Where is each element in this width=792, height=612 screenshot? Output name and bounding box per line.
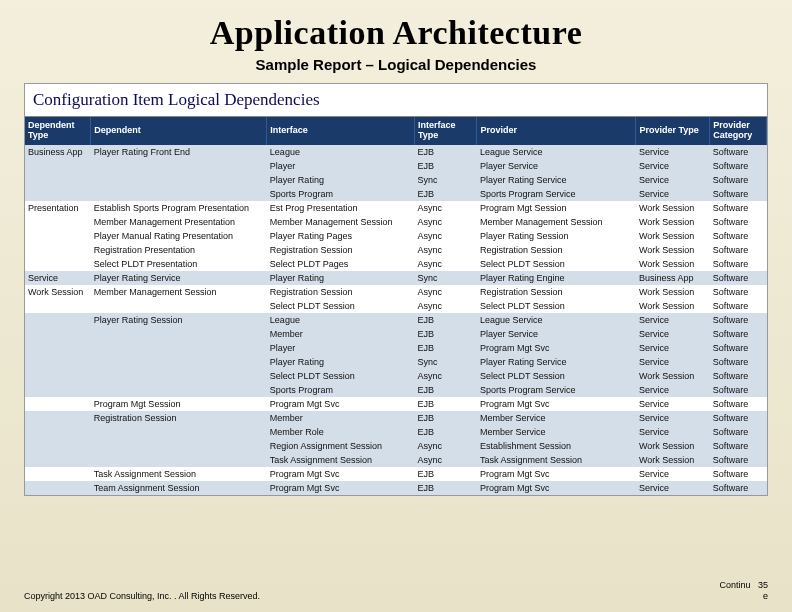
table-row: Player RatingSyncPlayer Rating ServiceSe… [25,173,767,187]
table-cell: Async [414,215,476,229]
table-cell: Select PLDT Session [477,299,636,313]
table-cell: Service [636,173,710,187]
table-cell: Software [710,341,767,355]
page-subtitle: Sample Report – Logical Dependencies [0,56,792,73]
table-cell: Async [414,243,476,257]
table-cell: Member Management Session [91,285,267,299]
table-cell [25,215,91,229]
table-cell: Task Assignment Session [91,467,267,481]
table-cell: Registration Session [91,411,267,425]
footer-right: Continu 35 e [719,580,768,602]
table-cell [91,355,267,369]
table-cell: Work Session [636,369,710,383]
table-cell: Software [710,229,767,243]
table-cell: Software [710,411,767,425]
table-cell: Select PLDT Session [477,369,636,383]
table-cell: Business App [25,145,91,159]
table-cell: Software [710,481,767,495]
table-row: Member RoleEJBMember ServiceServiceSoftw… [25,425,767,439]
table-row: Task Assignment SessionProgram Mgt SvcEJ… [25,467,767,481]
table-cell: Program Mgt Svc [477,341,636,355]
table-row: ServicePlayer Rating ServicePlayer Ratin… [25,271,767,285]
table-row: Region Assignment SessionAsyncEstablishm… [25,439,767,453]
table-cell: Software [710,271,767,285]
table-cell: Service [636,313,710,327]
table-cell: EJB [414,481,476,495]
table-cell: Select PLDT Session [477,257,636,271]
col-provider-category: Provider Category [710,117,767,145]
table-cell: Async [414,285,476,299]
table-cell: Player Rating Service [477,173,636,187]
table-cell: Select PLDT Presentation [91,257,267,271]
table-cell [25,341,91,355]
table-cell: Est Prog Presentation [267,201,415,215]
table-cell: Establish Sports Program Presentation [91,201,267,215]
table-cell: League [267,313,415,327]
table-cell: Member Management Session [267,215,415,229]
table-cell [91,453,267,467]
table-cell: Service [636,425,710,439]
table-cell: Software [710,173,767,187]
table-cell: Async [414,453,476,467]
table-cell [25,383,91,397]
table-cell: Sync [414,271,476,285]
table-cell: Async [414,439,476,453]
table-cell: Software [710,397,767,411]
table-row: Registration SessionMemberEJBMember Serv… [25,411,767,425]
table-cell: Team Assignment Session [91,481,267,495]
table-cell: Member Service [477,425,636,439]
table-row: Player Manual Rating PresentationPlayer … [25,229,767,243]
table-cell: Software [710,257,767,271]
table-cell: Player Rating [267,271,415,285]
table-cell: Async [414,299,476,313]
table-cell: EJB [414,383,476,397]
table-cell [91,439,267,453]
table-cell: Service [636,159,710,173]
table-cell [25,453,91,467]
table-row: Sports ProgramEJBSports Program ServiceS… [25,187,767,201]
table-cell: Async [414,369,476,383]
table-cell: Program Mgt Session [91,397,267,411]
table-cell [25,187,91,201]
table-cell: Player [267,341,415,355]
table-cell: EJB [414,187,476,201]
table-cell: Player Rating Session [477,229,636,243]
table-cell: Sports Program [267,187,415,201]
table-cell [25,425,91,439]
col-provider: Provider [477,117,636,145]
table-cell [91,173,267,187]
table-cell [91,327,267,341]
table-row: Task Assignment SessionAsyncTask Assignm… [25,453,767,467]
table-cell: Member [267,411,415,425]
table-cell: Player Rating Session [91,313,267,327]
table-cell: Member Service [477,411,636,425]
table-cell: Software [710,355,767,369]
table-cell: Registration Presentation [91,243,267,257]
report-title: Configuration Item Logical Dependencies [25,84,767,117]
table-cell: Sync [414,355,476,369]
table-cell: Software [710,425,767,439]
table-cell [25,257,91,271]
table-cell: Software [710,201,767,215]
table-cell: Async [414,257,476,271]
table-cell: League Service [477,145,636,159]
table-cell: Business App [636,271,710,285]
table-cell [91,383,267,397]
col-dependent-type: Dependent Type [25,117,91,145]
table-cell: Select PLDT Session [267,369,415,383]
table-cell: Async [414,229,476,243]
table-cell: Work Session [636,215,710,229]
continue-label: Continu [719,580,750,590]
table-row: MemberEJBPlayer ServiceServiceSoftware [25,327,767,341]
table-cell [25,173,91,187]
table-cell: Software [710,467,767,481]
table-cell: Sports Program Service [477,383,636,397]
table-row: Work SessionMember Management SessionReg… [25,285,767,299]
table-cell: Player Service [477,159,636,173]
table-cell: Service [636,397,710,411]
table-cell [91,187,267,201]
table-cell: Player Manual Rating Presentation [91,229,267,243]
table-cell: Work Session [636,439,710,453]
table-cell: Software [710,383,767,397]
table-cell: Software [710,299,767,313]
